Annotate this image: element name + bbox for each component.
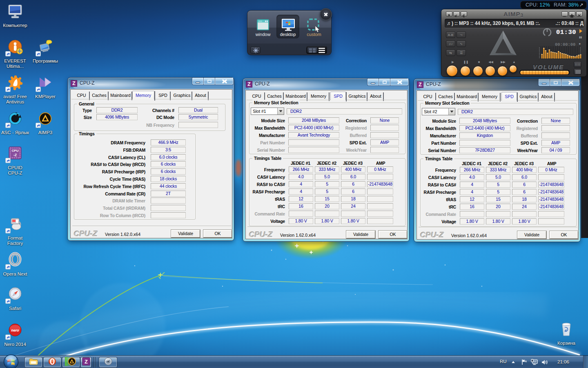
svg-text:-Z: -Z: [13, 153, 17, 157]
svg-text:Z: Z: [85, 359, 88, 365]
svg-text:CPU: CPU: [12, 149, 19, 153]
svg-text:nero: nero: [11, 328, 19, 332]
